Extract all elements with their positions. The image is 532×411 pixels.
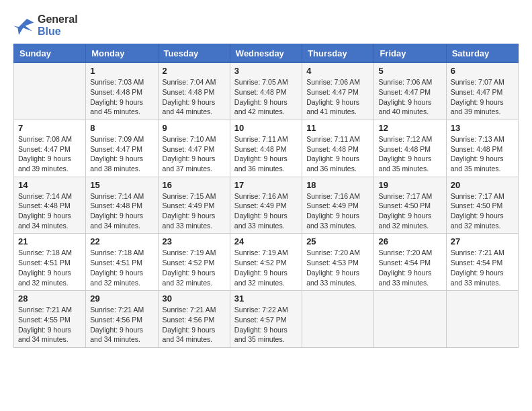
- calendar-cell: 16Sunrise: 7:15 AM Sunset: 4:49 PM Dayli…: [158, 177, 230, 234]
- calendar-table: SundayMondayTuesdayWednesdayThursdayFrid…: [13, 44, 519, 348]
- day-number: 22: [90, 236, 153, 246]
- calendar-cell: 13Sunrise: 7:13 AM Sunset: 4:48 PM Dayli…: [446, 120, 518, 177]
- day-number: 1: [90, 66, 153, 76]
- calendar-cell: 25Sunrise: 7:20 AM Sunset: 4:53 PM Dayli…: [302, 234, 374, 291]
- calendar-cell: 24Sunrise: 7:19 AM Sunset: 4:52 PM Dayli…: [230, 234, 302, 291]
- day-number: 9: [163, 123, 226, 133]
- day-number: 29: [90, 293, 153, 304]
- day-number: 31: [234, 293, 298, 304]
- day-number: 13: [451, 123, 514, 133]
- day-number: 10: [234, 123, 298, 133]
- logo-icon: [13, 16, 35, 35]
- day-info: Sunrise: 7:22 AM Sunset: 4:57 PM Dayligh…: [234, 305, 298, 345]
- calendar-cell: 22Sunrise: 7:18 AM Sunset: 4:51 PM Dayli…: [86, 234, 158, 291]
- calendar-cell: 7Sunrise: 7:08 AM Sunset: 4:47 PM Daylig…: [14, 120, 86, 177]
- week-row-4: 21Sunrise: 7:18 AM Sunset: 4:51 PM Dayli…: [14, 234, 519, 291]
- day-number: 3: [234, 66, 298, 76]
- day-number: 24: [234, 236, 298, 246]
- day-number: 6: [451, 66, 514, 76]
- calendar-cell: 26Sunrise: 7:20 AM Sunset: 4:54 PM Dayli…: [374, 234, 446, 291]
- day-info: Sunrise: 7:05 AM Sunset: 4:48 PM Dayligh…: [234, 77, 298, 117]
- day-number: 4: [306, 66, 369, 76]
- week-row-1: 1Sunrise: 7:03 AM Sunset: 4:48 PM Daylig…: [14, 63, 519, 120]
- day-info: Sunrise: 7:06 AM Sunset: 4:47 PM Dayligh…: [306, 77, 369, 117]
- week-row-2: 7Sunrise: 7:08 AM Sunset: 4:47 PM Daylig…: [14, 120, 519, 177]
- calendar-cell: 3Sunrise: 7:05 AM Sunset: 4:48 PM Daylig…: [230, 63, 302, 120]
- page-header: General Blue: [13, 13, 519, 37]
- day-number: 5: [378, 66, 441, 76]
- logo: General Blue: [13, 13, 78, 37]
- day-info: Sunrise: 7:09 AM Sunset: 4:47 PM Dayligh…: [90, 134, 153, 174]
- day-info: Sunrise: 7:17 AM Sunset: 4:50 PM Dayligh…: [378, 191, 441, 231]
- calendar-cell: 5Sunrise: 7:06 AM Sunset: 4:47 PM Daylig…: [374, 63, 446, 120]
- logo-text: General Blue: [38, 13, 78, 37]
- calendar-cell: 8Sunrise: 7:09 AM Sunset: 4:47 PM Daylig…: [86, 120, 158, 177]
- calendar-cell: 9Sunrise: 7:10 AM Sunset: 4:47 PM Daylig…: [158, 120, 230, 177]
- day-info: Sunrise: 7:21 AM Sunset: 4:56 PM Dayligh…: [90, 305, 153, 345]
- day-number: 30: [163, 293, 226, 304]
- week-row-3: 14Sunrise: 7:14 AM Sunset: 4:48 PM Dayli…: [14, 177, 519, 234]
- day-number: 14: [18, 180, 81, 190]
- day-info: Sunrise: 7:19 AM Sunset: 4:52 PM Dayligh…: [234, 248, 298, 287]
- column-header-tuesday: Tuesday: [158, 44, 230, 63]
- day-info: Sunrise: 7:17 AM Sunset: 4:50 PM Dayligh…: [451, 191, 514, 231]
- calendar-cell: 10Sunrise: 7:11 AM Sunset: 4:48 PM Dayli…: [230, 120, 302, 177]
- calendar-cell: 28Sunrise: 7:21 AM Sunset: 4:55 PM Dayli…: [14, 291, 86, 348]
- day-info: Sunrise: 7:19 AM Sunset: 4:52 PM Dayligh…: [163, 248, 226, 287]
- column-header-monday: Monday: [86, 44, 158, 63]
- day-number: 21: [18, 236, 81, 246]
- day-number: 15: [90, 180, 153, 190]
- day-info: Sunrise: 7:16 AM Sunset: 4:49 PM Dayligh…: [306, 191, 369, 231]
- day-info: Sunrise: 7:14 AM Sunset: 4:48 PM Dayligh…: [90, 191, 153, 231]
- column-header-saturday: Saturday: [446, 44, 518, 63]
- column-header-sunday: Sunday: [14, 44, 86, 63]
- day-number: 16: [163, 180, 226, 190]
- day-info: Sunrise: 7:04 AM Sunset: 4:48 PM Dayligh…: [163, 77, 226, 117]
- day-number: 17: [234, 180, 298, 190]
- day-info: Sunrise: 7:21 AM Sunset: 4:56 PM Dayligh…: [163, 305, 226, 345]
- day-info: Sunrise: 7:14 AM Sunset: 4:48 PM Dayligh…: [18, 191, 81, 231]
- calendar-cell: 17Sunrise: 7:16 AM Sunset: 4:49 PM Dayli…: [230, 177, 302, 234]
- svg-marker-0: [13, 19, 34, 35]
- day-info: Sunrise: 7:21 AM Sunset: 4:55 PM Dayligh…: [18, 305, 81, 345]
- day-info: Sunrise: 7:10 AM Sunset: 4:47 PM Dayligh…: [163, 134, 226, 174]
- day-number: 25: [306, 236, 369, 246]
- calendar-cell: 6Sunrise: 7:07 AM Sunset: 4:47 PM Daylig…: [446, 63, 518, 120]
- calendar-cell: [302, 291, 374, 348]
- day-info: Sunrise: 7:21 AM Sunset: 4:54 PM Dayligh…: [451, 248, 514, 287]
- calendar-cell: [374, 291, 446, 348]
- calendar-cell: 31Sunrise: 7:22 AM Sunset: 4:57 PM Dayli…: [230, 291, 302, 348]
- day-number: 20: [451, 180, 514, 190]
- calendar-cell: 27Sunrise: 7:21 AM Sunset: 4:54 PM Dayli…: [446, 234, 518, 291]
- column-header-friday: Friday: [374, 44, 446, 63]
- calendar-cell: 15Sunrise: 7:14 AM Sunset: 4:48 PM Dayli…: [86, 177, 158, 234]
- calendar-cell: 23Sunrise: 7:19 AM Sunset: 4:52 PM Dayli…: [158, 234, 230, 291]
- calendar-cell: 29Sunrise: 7:21 AM Sunset: 4:56 PM Dayli…: [86, 291, 158, 348]
- day-number: 27: [451, 236, 514, 246]
- day-info: Sunrise: 7:11 AM Sunset: 4:48 PM Dayligh…: [234, 134, 298, 174]
- day-info: Sunrise: 7:18 AM Sunset: 4:51 PM Dayligh…: [18, 248, 81, 287]
- calendar-cell: 30Sunrise: 7:21 AM Sunset: 4:56 PM Dayli…: [158, 291, 230, 348]
- column-header-thursday: Thursday: [302, 44, 374, 63]
- column-header-wednesday: Wednesday: [230, 44, 302, 63]
- calendar-cell: 4Sunrise: 7:06 AM Sunset: 4:47 PM Daylig…: [302, 63, 374, 120]
- day-number: 11: [306, 123, 369, 133]
- calendar-cell: 21Sunrise: 7:18 AM Sunset: 4:51 PM Dayli…: [14, 234, 86, 291]
- day-number: 18: [306, 180, 369, 190]
- calendar-cell: 18Sunrise: 7:16 AM Sunset: 4:49 PM Dayli…: [302, 177, 374, 234]
- day-number: 12: [378, 123, 441, 133]
- calendar-cell: 2Sunrise: 7:04 AM Sunset: 4:48 PM Daylig…: [158, 63, 230, 120]
- calendar-cell: 19Sunrise: 7:17 AM Sunset: 4:50 PM Dayli…: [374, 177, 446, 234]
- day-info: Sunrise: 7:20 AM Sunset: 4:54 PM Dayligh…: [378, 248, 441, 287]
- calendar-cell: [446, 291, 518, 348]
- day-info: Sunrise: 7:12 AM Sunset: 4:48 PM Dayligh…: [378, 134, 441, 174]
- day-number: 2: [163, 66, 226, 76]
- calendar-cell: [14, 63, 86, 120]
- day-info: Sunrise: 7:15 AM Sunset: 4:49 PM Dayligh…: [163, 191, 226, 231]
- day-number: 7: [18, 123, 81, 133]
- calendar-cell: 20Sunrise: 7:17 AM Sunset: 4:50 PM Dayli…: [446, 177, 518, 234]
- day-info: Sunrise: 7:07 AM Sunset: 4:47 PM Dayligh…: [451, 77, 514, 117]
- calendar-cell: 14Sunrise: 7:14 AM Sunset: 4:48 PM Dayli…: [14, 177, 86, 234]
- day-number: 19: [378, 180, 441, 190]
- day-info: Sunrise: 7:03 AM Sunset: 4:48 PM Dayligh…: [90, 77, 153, 117]
